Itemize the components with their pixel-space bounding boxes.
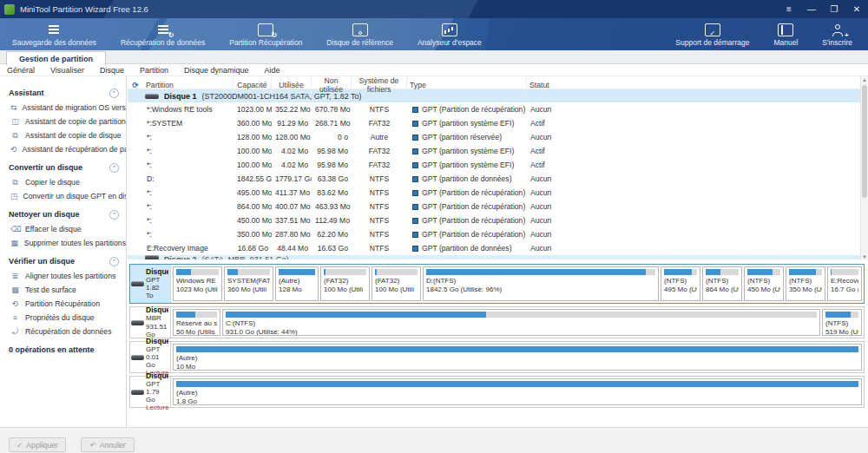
partial-disk-group-row[interactable]: Disque 2 (SATA, MBR, 931.51 Go) xyxy=(128,255,868,259)
collapse-chevron-icon[interactable]: ⌃ xyxy=(109,163,119,173)
partition-block[interactable]: (Autre) 10 Mo xyxy=(173,344,862,371)
cell-capacite: 864.00 Mo xyxy=(233,202,272,211)
cell-statut: Actif xyxy=(527,119,868,128)
sidebar-item-copy-disk[interactable]: ⧉ Copier le disque xyxy=(0,175,126,189)
menu-button[interactable]: ≡ xyxy=(778,0,800,18)
table-row[interactable]: E:Recovery Image 16.68 Go 48.44 Mo 16.63… xyxy=(128,241,868,255)
disk-label[interactable]: Disque 4 GPT 1.79 Go Lecture seule xyxy=(130,377,171,407)
usage-bar xyxy=(176,312,217,318)
menu-disque[interactable]: Disque xyxy=(100,66,124,75)
sidebar-item-recover-partition[interactable]: ⟲ Assistant de récupération de partition xyxy=(0,142,126,156)
scrollbar-thumb[interactable] xyxy=(862,85,867,198)
table-row[interactable]: *: 864.00 Mo 400.07 Mo 463.93 Mo NTFS GP… xyxy=(128,200,868,213)
menu-disque-dynamique[interactable]: Disque dynamique xyxy=(184,66,249,75)
toolbar-item-space-analyzer[interactable]: Analyseur d'espace xyxy=(405,18,494,50)
disk-label[interactable]: Disque 3 GPT 0.01 Go Lecture seule xyxy=(130,342,171,372)
scroll-down-icon[interactable]: ▼ xyxy=(861,254,868,259)
partition-size: 1842.5 Go (Utilisé: 96%) xyxy=(426,286,655,294)
sidebar-item-copy-partition[interactable]: ◫ Assistant de copie de partition xyxy=(0,115,126,128)
menu-partition[interactable]: Partition xyxy=(140,66,168,75)
partition-block[interactable]: (FAT32) 100 Mo (Utili xyxy=(372,266,421,301)
close-button[interactable]: ✕ xyxy=(845,0,868,18)
partition-block[interactable]: (NTFS) 450 Mo (Utili xyxy=(744,266,784,301)
sidebar-item-migrate-os[interactable]: ⇆ Assistant de migration OS vers SSD/HD xyxy=(0,101,126,115)
diskmap-row-disque-3[interactable]: Disque 3 GPT 0.01 Go Lecture seule (Autr… xyxy=(129,341,865,373)
scroll-up-icon[interactable]: ▲ xyxy=(861,77,868,82)
partition-block[interactable]: C:(NTFS) 931.0 Go (Utilisé: 44%) xyxy=(222,309,820,336)
partition-block[interactable]: (Autre) 1.8 Go xyxy=(173,378,862,405)
partition-block[interactable]: SYSTEM(FAT3 360 Mo (Utili xyxy=(224,266,273,301)
sidebar: Assistant ⌃ ⇆ Assistant de migration OS … xyxy=(0,76,127,427)
disk-size: 931.51 Go xyxy=(146,323,168,338)
copy-disk-icon: ⧉ xyxy=(10,178,20,187)
diskmap-row-disque-1[interactable]: Disque 1 GPT 1.82 To Windows RE 1023 Mo … xyxy=(129,264,865,304)
check-icon: ✓ xyxy=(16,441,23,450)
menu-g-n-ral[interactable]: Général xyxy=(7,66,35,75)
sidebar-item-convert-gpt-mbr[interactable]: ◳ Convertir un disque GPT en disque MBR xyxy=(0,189,126,203)
collapse-chevron-icon[interactable]: ⌃ xyxy=(109,89,119,98)
minimize-button[interactable]: — xyxy=(800,0,823,18)
menu-aide[interactable]: Aide xyxy=(264,66,279,75)
partition-block[interactable]: (FAT32) 100 Mo (Utili xyxy=(320,266,370,301)
table-row[interactable]: *:Windows RE tools 1023.00 Mo 352.22 Mo … xyxy=(128,102,868,116)
cell-non-utilisee: 0 o xyxy=(312,133,352,141)
sidebar-item-partition-recovery[interactable]: ⟲ Partition Récupération xyxy=(0,297,126,311)
diskmap-row-disque-2[interactable]: Disque 2 MBR 931.51 Go Réservé au sy 50 … xyxy=(129,306,865,338)
disk-label[interactable]: Disque 1 GPT 1.82 To xyxy=(130,265,171,303)
table-row[interactable]: *: 495.00 Mo 411.37 Mo 83.62 Mo NTFS GPT… xyxy=(128,186,868,200)
tab-label: Gestion de partition xyxy=(19,55,93,63)
cell-fs: NTFS xyxy=(352,174,407,183)
partition-block[interactable]: E:Recovery In 16.7 Go (Utili xyxy=(827,266,862,301)
toolbar-item-bootable-media[interactable]: ✓ Support de démarrage xyxy=(663,18,761,50)
table-row[interactable]: *: 450.00 Mo 337.51 Mo 112.49 Mo NTFS GP… xyxy=(128,213,868,227)
cell-capacite: 16.68 Go xyxy=(233,244,272,253)
undo-button[interactable]: ↶ Annuler xyxy=(81,437,135,452)
cell-statut: Aucun xyxy=(527,188,868,197)
cell-utilisee: 411.37 Mo xyxy=(272,188,312,197)
table-row[interactable]: *:SYSTEM 360.00 Mo 91.29 Mo 268.71 Mo FA… xyxy=(128,116,868,130)
sidebar-section[interactable]: Convertir un disque ⌃ xyxy=(0,160,126,175)
table-scrollbar[interactable]: ▲ ▼ xyxy=(860,76,868,260)
collapse-chevron-icon[interactable]: ⌃ xyxy=(109,257,119,266)
sidebar-item-data-recovery[interactable]: ⤾ Récupération de données xyxy=(0,325,126,338)
sidebar-item-surface-test[interactable]: ▩ Test de surface xyxy=(0,283,126,297)
toolbar-item-benchmark-disk[interactable]: Disque de référence xyxy=(314,18,405,50)
diskmap-row-disque-4[interactable]: Disque 4 GPT 1.79 Go Lecture seule (Autr… xyxy=(129,376,865,408)
toolbar-item-backup-data[interactable]: Sauvegarde des données xyxy=(0,18,108,50)
sidebar-section[interactable]: Vérifier un disque ⌃ xyxy=(0,253,126,269)
sidebar-item-align-partitions[interactable]: ≣ Aligner toutes les partitions xyxy=(0,269,126,283)
sidebar-section[interactable]: Nettoyer un disque ⌃ xyxy=(0,207,126,222)
table-row[interactable]: *: 350.00 Mo 287.80 Mo 62.20 Mo NTFS GPT… xyxy=(128,227,868,241)
collapse-chevron-icon[interactable]: ⌃ xyxy=(109,210,119,220)
sidebar-item-delete-partitions[interactable]: ▦ Supprimer toutes les partitions xyxy=(0,236,126,250)
partition-block[interactable]: (NTFS) 519 Mo (Utili xyxy=(822,309,862,336)
toolbar-item-register[interactable]: + S'inscrire xyxy=(810,18,865,50)
restore-button[interactable]: ❐ xyxy=(823,0,845,18)
table-row[interactable]: *: 100.00 Mo 4.02 Mo 95.98 Mo FAT32 GPT … xyxy=(128,158,868,172)
col-statut[interactable]: Statut xyxy=(527,76,868,94)
partition-block[interactable]: Réservé au sy 50 Mo (Utilis xyxy=(173,309,220,336)
partition-block[interactable]: (Autre) 128 Mo xyxy=(275,266,319,301)
col-type[interactable]: Type xyxy=(407,76,527,94)
partition-block[interactable]: (NTFS) 864 Mo (Utili xyxy=(702,266,742,301)
toolbar-item-manual[interactable]: Manuel xyxy=(761,18,810,50)
menu-visualiser[interactable]: Visualiser xyxy=(50,66,84,75)
tab-gestion-de-partition[interactable]: Gestion de partition xyxy=(6,51,106,65)
sidebar-item-disk-properties[interactable]: ≡ Propriétés du disque xyxy=(0,311,126,325)
sidebar-item-wipe-disk[interactable]: ⌫ Effacer le disque xyxy=(0,222,126,236)
data-recovery-icon: ↻ xyxy=(155,23,171,36)
table-row[interactable]: D: 1842.55 Go 1779.17 Go 63.38 Go NTFS G… xyxy=(128,172,868,186)
refresh-icon[interactable]: ⟳ xyxy=(128,76,143,94)
sidebar-section[interactable]: Assistant ⌃ xyxy=(0,85,126,101)
toolbar-item-partition-recovery[interactable]: ↻ Partition Récupération xyxy=(217,18,314,50)
apply-button[interactable]: ✓ Appliquer xyxy=(9,437,66,452)
sidebar-item-copy-disk[interactable]: ⧉ Assistant de copie de disque xyxy=(0,128,126,142)
partition-block[interactable]: (NTFS) 350 Mo (Utili xyxy=(786,266,825,301)
table-row[interactable]: *: 100.00 Mo 4.02 Mo 95.98 Mo FAT32 GPT … xyxy=(128,144,868,158)
toolbar-item-data-recovery[interactable]: ↻ Récupération de données xyxy=(108,18,217,50)
disk-label[interactable]: Disque 2 MBR 931.51 Go xyxy=(130,307,171,338)
partition-block[interactable]: D:(NTFS) 1842.5 Go (Utilisé: 96%) xyxy=(423,266,659,301)
partition-block[interactable]: Windows RE 1023 Mo (Util xyxy=(173,266,222,301)
table-row[interactable]: *: 128.00 Mo 128.00 Mo 0 o Autre GPT (pa… xyxy=(128,130,868,144)
partition-block[interactable]: (NTFS) 495 Mo (Utili xyxy=(661,266,700,301)
